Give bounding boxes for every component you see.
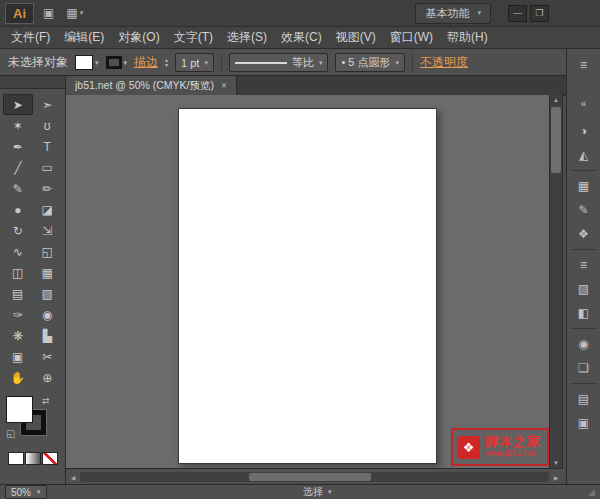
minimize-button[interactable]: — — [508, 5, 527, 22]
stroke-color-picker[interactable]: ▾ — [106, 56, 128, 69]
chevron-down-icon: ▾ — [477, 9, 481, 17]
layers-panel-icon[interactable]: ▤ — [571, 387, 597, 411]
canvas-area[interactable] — [66, 95, 551, 468]
scroll-right-icon[interactable]: ▶ — [550, 472, 562, 482]
stroke-width-stepper[interactable]: ▴ ▾ — [165, 58, 168, 68]
tool-selection[interactable]: ➤ — [3, 94, 33, 115]
width-profile-select[interactable]: 等比 ▾ — [229, 53, 329, 72]
artboards-panel-icon[interactable]: ▣ — [571, 411, 597, 435]
arrange-documents-glyph: ▦ — [66, 6, 77, 20]
divider — [571, 170, 597, 171]
stroke-panel-icon[interactable]: ≡ — [571, 253, 597, 277]
tool-blend[interactable]: ◉ — [33, 304, 63, 325]
stepper-down-icon[interactable]: ▾ — [165, 63, 168, 68]
brush-definition-select[interactable]: • 5 点圆形 ▾ — [335, 53, 405, 72]
tool-magic-wand[interactable]: ✶ — [3, 115, 33, 136]
tools-panel-header[interactable] — [0, 76, 65, 89]
chevron-down-icon: ▾ — [204, 59, 208, 67]
brushes-panel-icon[interactable]: ✎ — [571, 198, 597, 222]
tool-direct-selection[interactable]: ➣ — [33, 94, 63, 115]
tool-hand[interactable]: ✋ — [3, 367, 33, 388]
brush-label: • 5 点圆形 — [341, 55, 390, 70]
default-fill-stroke-icon[interactable]: ◱ — [6, 428, 15, 439]
fill-color-picker[interactable]: ▾ — [75, 55, 99, 70]
restore-button[interactable]: ❐ — [530, 5, 549, 22]
artboard[interactable] — [178, 108, 437, 464]
tool-zoom[interactable]: ⊕ — [33, 367, 63, 388]
tool-paintbrush[interactable]: ✎ — [3, 178, 33, 199]
tool-width[interactable]: ∿ — [3, 241, 33, 262]
tool-gradient[interactable]: ▧ — [33, 283, 63, 304]
current-tool-label: 选择 — [303, 485, 323, 499]
zoom-level-select[interactable]: 50% ▾ — [5, 485, 47, 499]
tool-perspective-grid[interactable]: ▦ — [33, 262, 63, 283]
tool-lasso[interactable]: ʊ — [33, 115, 63, 136]
stroke-panel-link[interactable]: 描边 — [134, 54, 158, 71]
horizontal-scrollbar[interactable]: ◀ ▶ — [66, 468, 563, 484]
bridge-icon[interactable]: ▣ — [40, 5, 57, 21]
close-tab-icon[interactable]: × — [221, 80, 227, 91]
gradient-panel-icon[interactable]: ▧ — [571, 277, 597, 301]
tool-symbol-sprayer[interactable]: ❋ — [3, 325, 33, 346]
swap-fill-stroke-icon[interactable]: ⇄ — [42, 396, 50, 406]
menu-select[interactable]: 选择(S) — [220, 27, 274, 48]
tool-rotate[interactable]: ↻ — [3, 220, 33, 241]
tool-slice[interactable]: ✂ — [33, 346, 63, 367]
symbols-panel-icon[interactable]: ❖ — [571, 222, 597, 246]
menu-view[interactable]: 视图(V) — [329, 27, 383, 48]
color-panel-icon[interactable]: ◑ — [571, 119, 597, 143]
tool-pencil[interactable]: ✏ — [33, 178, 63, 199]
tool-column-graph[interactable]: ▙ — [33, 325, 63, 346]
tool-eyedropper[interactable]: ✑ — [3, 304, 33, 325]
watermark-title: 脚本之家 — [485, 435, 541, 449]
panel-menu-icon[interactable]: ≡ — [571, 53, 597, 77]
menu-effect[interactable]: 效果(C) — [274, 27, 329, 48]
tool-line-segment[interactable]: ╱ — [3, 157, 33, 178]
scroll-left-icon[interactable]: ◀ — [67, 472, 79, 482]
chevron-down-icon: ▾ — [37, 488, 41, 496]
document-tab[interactable]: jb51.net @ 50% (CMYK/预览) × — [66, 76, 237, 95]
scroll-up-icon[interactable]: ▲ — [550, 95, 562, 105]
status-indicator-select[interactable]: 选择 ▾ — [303, 485, 332, 499]
appearance-panel-icon[interactable]: ◉ — [571, 332, 597, 356]
menu-window[interactable]: 窗口(W) — [383, 27, 440, 48]
tool-scale[interactable]: ⇲ — [33, 220, 63, 241]
tool-artboard[interactable]: ▣ — [3, 346, 33, 367]
opacity-panel-link[interactable]: 不透明度 — [420, 54, 468, 71]
none-mode-button[interactable] — [42, 452, 58, 465]
scroll-down-icon[interactable]: ▼ — [550, 458, 562, 468]
tool-pen[interactable]: ✒ — [3, 136, 33, 157]
fill-color-well[interactable] — [6, 396, 33, 423]
document-tab-bar: jb51.net @ 50% (CMYK/预览) × — [66, 76, 566, 96]
tool-type[interactable]: T — [33, 136, 63, 157]
vertical-scrollbar[interactable]: ▲ ▼ — [549, 95, 563, 468]
graphic-styles-panel-icon[interactable]: ❏ — [571, 356, 597, 380]
resize-grip-icon[interactable]: ◢ — [588, 487, 595, 497]
arrange-documents-icon[interactable]: ▦ ▾ — [63, 5, 86, 21]
stroke-width-select[interactable]: 1 pt ▾ — [175, 53, 214, 72]
tool-free-transform[interactable]: ◱ — [33, 241, 63, 262]
menu-help[interactable]: 帮助(H) — [440, 27, 495, 48]
swatches-panel-icon[interactable]: ▦ — [571, 174, 597, 198]
menu-type[interactable]: 文字(T) — [167, 27, 220, 48]
chevron-down-icon: ▾ — [328, 488, 332, 496]
tool-blob-brush[interactable]: ● — [3, 199, 33, 220]
menu-file[interactable]: 文件(F) — [4, 27, 57, 48]
menu-object[interactable]: 对象(O) — [111, 27, 166, 48]
tool-mesh[interactable]: ▤ — [3, 283, 33, 304]
gradient-mode-button[interactable] — [25, 452, 41, 465]
document-title: jb51.net @ 50% (CMYK/预览) — [75, 79, 214, 93]
tool-eraser[interactable]: ◪ — [33, 199, 63, 220]
tool-shape-builder[interactable]: ◫ — [3, 262, 33, 283]
zoom-level-value: 50% — [11, 487, 31, 498]
horizontal-scroll-thumb[interactable] — [249, 473, 371, 481]
transparency-panel-icon[interactable]: ◧ — [571, 301, 597, 325]
menu-edit[interactable]: 编辑(E) — [57, 27, 111, 48]
expand-panels-icon[interactable]: « — [571, 91, 597, 115]
horizontal-scroll-track[interactable] — [80, 472, 549, 482]
tool-rectangle[interactable]: ▭ — [33, 157, 63, 178]
vertical-scroll-thumb[interactable] — [551, 107, 561, 173]
color-guide-panel-icon[interactable]: ◭ — [571, 143, 597, 167]
workspace-switcher-button[interactable]: 基本功能 ▾ — [415, 3, 491, 24]
color-mode-button[interactable] — [8, 452, 24, 465]
